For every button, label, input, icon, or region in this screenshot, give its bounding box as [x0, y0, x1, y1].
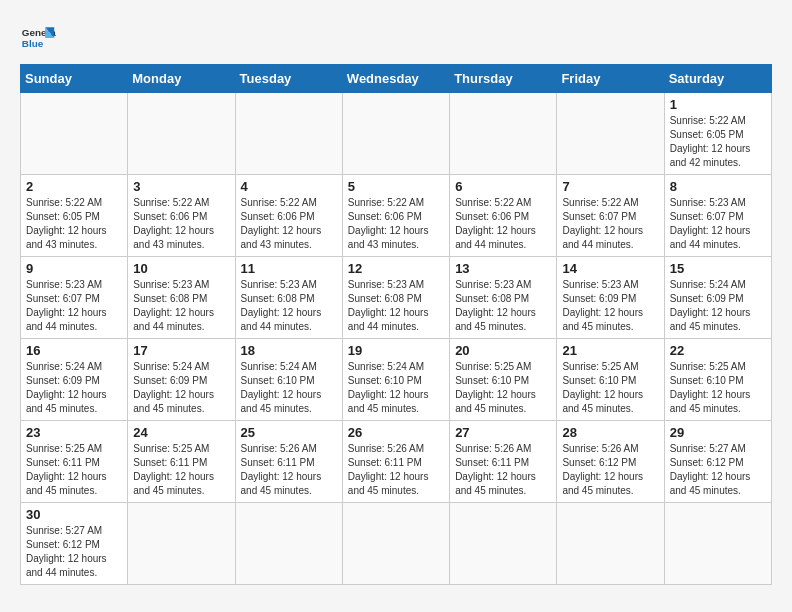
day-number: 27	[455, 425, 551, 440]
weekday-header-wednesday: Wednesday	[342, 65, 449, 93]
day-info: Sunrise: 5:26 AM Sunset: 6:12 PM Dayligh…	[562, 442, 658, 498]
weekday-header-row: SundayMondayTuesdayWednesdayThursdayFrid…	[21, 65, 772, 93]
weekday-header-monday: Monday	[128, 65, 235, 93]
calendar-cell: 20Sunrise: 5:25 AM Sunset: 6:10 PM Dayli…	[450, 339, 557, 421]
weekday-header-friday: Friday	[557, 65, 664, 93]
day-info: Sunrise: 5:24 AM Sunset: 6:10 PM Dayligh…	[241, 360, 337, 416]
calendar-cell: 6Sunrise: 5:22 AM Sunset: 6:06 PM Daylig…	[450, 175, 557, 257]
calendar-cell: 13Sunrise: 5:23 AM Sunset: 6:08 PM Dayli…	[450, 257, 557, 339]
calendar-cell	[128, 503, 235, 585]
calendar-cell: 11Sunrise: 5:23 AM Sunset: 6:08 PM Dayli…	[235, 257, 342, 339]
day-number: 7	[562, 179, 658, 194]
day-info: Sunrise: 5:24 AM Sunset: 6:10 PM Dayligh…	[348, 360, 444, 416]
calendar-cell: 15Sunrise: 5:24 AM Sunset: 6:09 PM Dayli…	[664, 257, 771, 339]
calendar-cell: 14Sunrise: 5:23 AM Sunset: 6:09 PM Dayli…	[557, 257, 664, 339]
calendar-cell	[450, 503, 557, 585]
day-info: Sunrise: 5:23 AM Sunset: 6:08 PM Dayligh…	[348, 278, 444, 334]
weekday-header-saturday: Saturday	[664, 65, 771, 93]
calendar-cell: 23Sunrise: 5:25 AM Sunset: 6:11 PM Dayli…	[21, 421, 128, 503]
calendar-cell: 17Sunrise: 5:24 AM Sunset: 6:09 PM Dayli…	[128, 339, 235, 421]
day-info: Sunrise: 5:25 AM Sunset: 6:10 PM Dayligh…	[670, 360, 766, 416]
day-number: 11	[241, 261, 337, 276]
day-info: Sunrise: 5:26 AM Sunset: 6:11 PM Dayligh…	[348, 442, 444, 498]
calendar-cell: 10Sunrise: 5:23 AM Sunset: 6:08 PM Dayli…	[128, 257, 235, 339]
calendar-cell	[128, 93, 235, 175]
calendar-cell: 4Sunrise: 5:22 AM Sunset: 6:06 PM Daylig…	[235, 175, 342, 257]
day-info: Sunrise: 5:24 AM Sunset: 6:09 PM Dayligh…	[26, 360, 122, 416]
calendar-week-2: 2Sunrise: 5:22 AM Sunset: 6:05 PM Daylig…	[21, 175, 772, 257]
calendar-table: SundayMondayTuesdayWednesdayThursdayFrid…	[20, 64, 772, 585]
logo-icon: General Blue	[20, 20, 56, 56]
day-number: 6	[455, 179, 551, 194]
day-number: 29	[670, 425, 766, 440]
calendar-cell	[235, 503, 342, 585]
weekday-header-tuesday: Tuesday	[235, 65, 342, 93]
calendar-cell	[21, 93, 128, 175]
calendar-cell: 30Sunrise: 5:27 AM Sunset: 6:12 PM Dayli…	[21, 503, 128, 585]
day-info: Sunrise: 5:26 AM Sunset: 6:11 PM Dayligh…	[455, 442, 551, 498]
day-info: Sunrise: 5:22 AM Sunset: 6:06 PM Dayligh…	[348, 196, 444, 252]
day-info: Sunrise: 5:23 AM Sunset: 6:09 PM Dayligh…	[562, 278, 658, 334]
day-info: Sunrise: 5:23 AM Sunset: 6:08 PM Dayligh…	[455, 278, 551, 334]
day-number: 4	[241, 179, 337, 194]
day-info: Sunrise: 5:27 AM Sunset: 6:12 PM Dayligh…	[670, 442, 766, 498]
calendar-cell: 19Sunrise: 5:24 AM Sunset: 6:10 PM Dayli…	[342, 339, 449, 421]
day-number: 3	[133, 179, 229, 194]
day-number: 20	[455, 343, 551, 358]
calendar-cell: 24Sunrise: 5:25 AM Sunset: 6:11 PM Dayli…	[128, 421, 235, 503]
calendar-cell: 9Sunrise: 5:23 AM Sunset: 6:07 PM Daylig…	[21, 257, 128, 339]
calendar-cell	[664, 503, 771, 585]
day-info: Sunrise: 5:22 AM Sunset: 6:07 PM Dayligh…	[562, 196, 658, 252]
day-number: 26	[348, 425, 444, 440]
calendar-cell: 2Sunrise: 5:22 AM Sunset: 6:05 PM Daylig…	[21, 175, 128, 257]
day-number: 9	[26, 261, 122, 276]
day-info: Sunrise: 5:22 AM Sunset: 6:05 PM Dayligh…	[670, 114, 766, 170]
calendar-cell: 3Sunrise: 5:22 AM Sunset: 6:06 PM Daylig…	[128, 175, 235, 257]
calendar-cell: 5Sunrise: 5:22 AM Sunset: 6:06 PM Daylig…	[342, 175, 449, 257]
calendar-cell: 27Sunrise: 5:26 AM Sunset: 6:11 PM Dayli…	[450, 421, 557, 503]
day-info: Sunrise: 5:25 AM Sunset: 6:10 PM Dayligh…	[455, 360, 551, 416]
calendar-cell: 26Sunrise: 5:26 AM Sunset: 6:11 PM Dayli…	[342, 421, 449, 503]
day-info: Sunrise: 5:22 AM Sunset: 6:06 PM Dayligh…	[241, 196, 337, 252]
calendar-cell	[235, 93, 342, 175]
day-number: 2	[26, 179, 122, 194]
day-info: Sunrise: 5:22 AM Sunset: 6:05 PM Dayligh…	[26, 196, 122, 252]
day-number: 30	[26, 507, 122, 522]
page-header: General Blue	[20, 20, 772, 56]
day-number: 23	[26, 425, 122, 440]
calendar-cell	[342, 503, 449, 585]
calendar-cell: 22Sunrise: 5:25 AM Sunset: 6:10 PM Dayli…	[664, 339, 771, 421]
calendar-cell	[557, 503, 664, 585]
calendar-cell: 28Sunrise: 5:26 AM Sunset: 6:12 PM Dayli…	[557, 421, 664, 503]
day-info: Sunrise: 5:26 AM Sunset: 6:11 PM Dayligh…	[241, 442, 337, 498]
calendar-cell	[557, 93, 664, 175]
day-number: 10	[133, 261, 229, 276]
calendar-cell: 7Sunrise: 5:22 AM Sunset: 6:07 PM Daylig…	[557, 175, 664, 257]
calendar-cell: 1Sunrise: 5:22 AM Sunset: 6:05 PM Daylig…	[664, 93, 771, 175]
day-number: 15	[670, 261, 766, 276]
calendar-week-5: 23Sunrise: 5:25 AM Sunset: 6:11 PM Dayli…	[21, 421, 772, 503]
day-info: Sunrise: 5:27 AM Sunset: 6:12 PM Dayligh…	[26, 524, 122, 580]
day-number: 19	[348, 343, 444, 358]
day-info: Sunrise: 5:22 AM Sunset: 6:06 PM Dayligh…	[133, 196, 229, 252]
day-info: Sunrise: 5:23 AM Sunset: 6:08 PM Dayligh…	[241, 278, 337, 334]
calendar-week-6: 30Sunrise: 5:27 AM Sunset: 6:12 PM Dayli…	[21, 503, 772, 585]
calendar-week-3: 9Sunrise: 5:23 AM Sunset: 6:07 PM Daylig…	[21, 257, 772, 339]
calendar-cell: 21Sunrise: 5:25 AM Sunset: 6:10 PM Dayli…	[557, 339, 664, 421]
logo: General Blue	[20, 20, 56, 56]
day-number: 21	[562, 343, 658, 358]
day-number: 24	[133, 425, 229, 440]
calendar-cell: 29Sunrise: 5:27 AM Sunset: 6:12 PM Dayli…	[664, 421, 771, 503]
day-number: 13	[455, 261, 551, 276]
calendar-cell: 8Sunrise: 5:23 AM Sunset: 6:07 PM Daylig…	[664, 175, 771, 257]
calendar-cell: 12Sunrise: 5:23 AM Sunset: 6:08 PM Dayli…	[342, 257, 449, 339]
svg-text:Blue: Blue	[22, 38, 44, 49]
day-info: Sunrise: 5:24 AM Sunset: 6:09 PM Dayligh…	[133, 360, 229, 416]
calendar-cell: 18Sunrise: 5:24 AM Sunset: 6:10 PM Dayli…	[235, 339, 342, 421]
day-number: 5	[348, 179, 444, 194]
calendar-week-4: 16Sunrise: 5:24 AM Sunset: 6:09 PM Dayli…	[21, 339, 772, 421]
day-info: Sunrise: 5:24 AM Sunset: 6:09 PM Dayligh…	[670, 278, 766, 334]
day-number: 14	[562, 261, 658, 276]
day-number: 28	[562, 425, 658, 440]
calendar-cell: 25Sunrise: 5:26 AM Sunset: 6:11 PM Dayli…	[235, 421, 342, 503]
